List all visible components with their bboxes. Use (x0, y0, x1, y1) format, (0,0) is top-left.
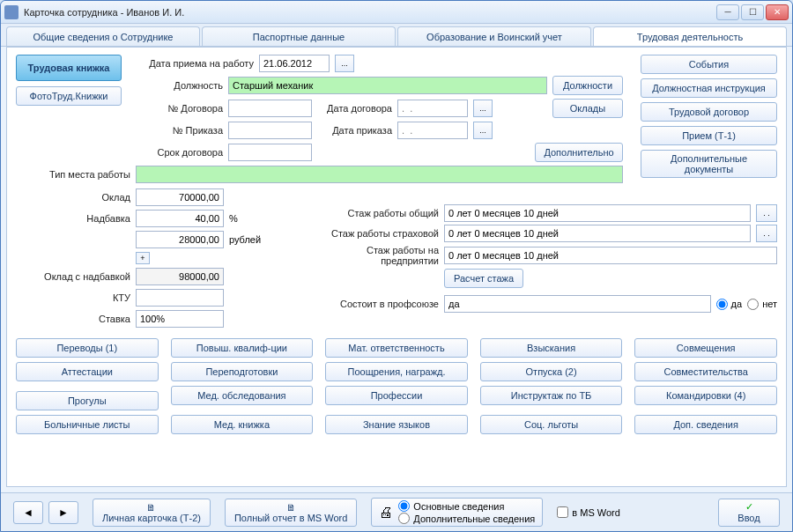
msword-checkbox[interactable]: в MS Word (557, 506, 620, 518)
stazh-total-input[interactable] (444, 204, 751, 222)
app-icon (4, 5, 19, 19)
contractdate-browse[interactable]: ... (473, 100, 493, 117)
add-bonus-button[interactable]: + (136, 252, 150, 264)
minimize-button[interactable]: ─ (716, 4, 739, 20)
t2-button[interactable]: 🗎Личная карточка (Т-2) (93, 499, 211, 527)
grid-button-5[interactable]: Аттестации (16, 362, 159, 381)
ktu-input[interactable] (136, 289, 224, 307)
grid-button-19[interactable]: Доп. сведения (634, 415, 777, 434)
grid-button-8[interactable]: Отпуска (2) (480, 362, 623, 381)
print-add-radio[interactable]: Дополнительные сведения (398, 513, 535, 524)
document-icon: 🗎 (286, 502, 296, 513)
contractterm-input[interactable] (228, 144, 312, 161)
grid-button-14[interactable]: Командировки (4) (634, 386, 777, 405)
orderno-input[interactable] (228, 122, 312, 139)
grid-button-3[interactable]: Взыскания (480, 338, 623, 358)
workbook-button[interactable]: Трудовая книжка (16, 55, 122, 81)
position-label: Должность (139, 80, 223, 91)
stazh-ent-label: Стаж работы на предприятии (307, 245, 439, 266)
rub-label: рублей (229, 234, 261, 245)
additional-button[interactable]: Дополнительно (535, 143, 623, 162)
maximize-button[interactable]: ☐ (741, 4, 764, 20)
tab-work[interactable]: Трудовая деятельность (593, 26, 787, 46)
content-area: Трудовая книжка ФотоТруд.Книжки События … (6, 47, 787, 487)
grid-button-1[interactable]: Повыш. квалиф-ции (171, 338, 314, 358)
stazh-ent-input[interactable] (444, 247, 777, 264)
main-tabs: Общие сведения о Сотруднике Паспортные д… (1, 24, 792, 47)
grid-button-9[interactable]: Совместительства (634, 362, 777, 381)
salaries-button[interactable]: Оклады (552, 99, 623, 118)
stazh-ins-input[interactable] (444, 225, 751, 242)
salary-label: Оклад (16, 192, 130, 203)
prev-button[interactable]: ◄ (13, 501, 43, 524)
grid-button-16[interactable]: Мед. книжка (171, 415, 314, 434)
grid-button-10[interactable]: Прогулы (16, 391, 159, 410)
grid-button-6[interactable]: Переподготовки (171, 362, 314, 381)
worktype-label: Тип места работы (16, 169, 130, 180)
stazh-ins-label: Стаж работы страховой (307, 228, 439, 239)
adddocs-button[interactable]: Дополнительные документы (641, 150, 777, 178)
tab-general[interactable]: Общие сведения о Сотруднике (6, 26, 200, 46)
position-input[interactable] (228, 77, 547, 94)
bonus-label: Надбавка (16, 213, 130, 224)
grid-button-0[interactable]: Переводы (1) (16, 338, 159, 358)
full-report-button[interactable]: 🗎Полный отчет в MS Word (225, 499, 357, 527)
grid-button-2[interactable]: Мат. ответственность (325, 338, 468, 358)
app-window: Карточка сотрудника - Иванов И. И. ─ ☐ ✕… (0, 0, 793, 532)
tab-passport[interactable]: Паспортные данные (202, 26, 396, 46)
contractno-input[interactable] (228, 100, 312, 117)
union-label: Состоит в профсоюзе (307, 299, 439, 309)
contractdate-label: Дата договора (317, 103, 392, 114)
rate-input[interactable] (136, 310, 224, 328)
contractdate-input[interactable] (397, 100, 468, 117)
union-input[interactable] (444, 295, 711, 313)
stazh-total-label: Стаж работы общий (307, 208, 439, 218)
grid-button-12[interactable]: Профессии (325, 386, 468, 405)
print-basic-radio[interactable]: Основные сведения (398, 500, 535, 512)
ktu-label: КТУ (16, 292, 130, 303)
next-button[interactable]: ► (48, 501, 78, 524)
orderdate-label: Дата приказа (317, 125, 392, 136)
orderdate-browse[interactable]: ... (473, 122, 493, 139)
grid-button-15[interactable]: Больничные листы (16, 415, 159, 434)
hiredate-label: Дата приема на работу (139, 58, 254, 69)
contractterm-label: Срок договора (139, 147, 223, 158)
orderno-label: № Приказа (139, 125, 223, 136)
grid-button-18[interactable]: Соц. льготы (480, 415, 623, 434)
grid-button-7[interactable]: Поощрения, награжд. (325, 362, 468, 381)
rate-label: Ставка (16, 314, 130, 324)
stazh-ins-browse[interactable]: . . (756, 225, 777, 242)
check-icon: ✓ (745, 501, 753, 513)
hire-button[interactable]: Прием (Т-1) (641, 126, 777, 145)
enter-button[interactable]: ✓Ввод (718, 499, 780, 527)
printer-icon[interactable]: 🖨 (379, 505, 393, 521)
document-icon: 🗎 (146, 502, 156, 513)
stazh-total-browse[interactable]: . . (756, 204, 777, 222)
grid-button-11[interactable]: Мед. обследования (171, 386, 314, 405)
titlebar: Карточка сотрудника - Иванов И. И. ─ ☐ ✕ (1, 1, 792, 24)
bonus-pct-input[interactable] (136, 210, 224, 227)
contract-button[interactable]: Трудовой договор (641, 102, 777, 122)
bonus-rub-input[interactable] (136, 231, 224, 248)
jobdesc-button[interactable]: Должностная инструкция (641, 78, 777, 98)
workbook-photo-button[interactable]: ФотоТруд.Книжки (16, 86, 122, 106)
window-title: Карточка сотрудника - Иванов И. И. (24, 7, 716, 18)
union-no-radio[interactable]: нет (747, 299, 777, 310)
tab-education[interactable]: Образование и Воинский учет (397, 26, 591, 46)
salarytotal-label: Оклад с надбавкой (16, 271, 130, 282)
grid-button-13[interactable]: Инструктаж по ТБ (480, 386, 623, 405)
salarytotal-input (136, 268, 224, 285)
salary-input[interactable] (136, 188, 224, 206)
calc-stazh-button[interactable]: Расчет стажа (444, 269, 523, 288)
positions-button[interactable]: Должности (552, 76, 623, 95)
orderdate-input[interactable] (397, 122, 468, 139)
union-yes-radio[interactable]: да (716, 299, 743, 310)
bottom-bar: ◄ ► 🗎Личная карточка (Т-2) 🗎Полный отчет… (1, 492, 792, 531)
close-button[interactable]: ✕ (766, 4, 789, 20)
hiredate-browse[interactable]: ... (335, 55, 354, 72)
events-button[interactable]: События (641, 55, 777, 74)
grid-button-17[interactable]: Знание языков (325, 415, 468, 434)
worktype-input[interactable] (136, 166, 623, 183)
hiredate-input[interactable] (259, 55, 330, 72)
grid-button-4[interactable]: Совмещения (634, 338, 777, 358)
